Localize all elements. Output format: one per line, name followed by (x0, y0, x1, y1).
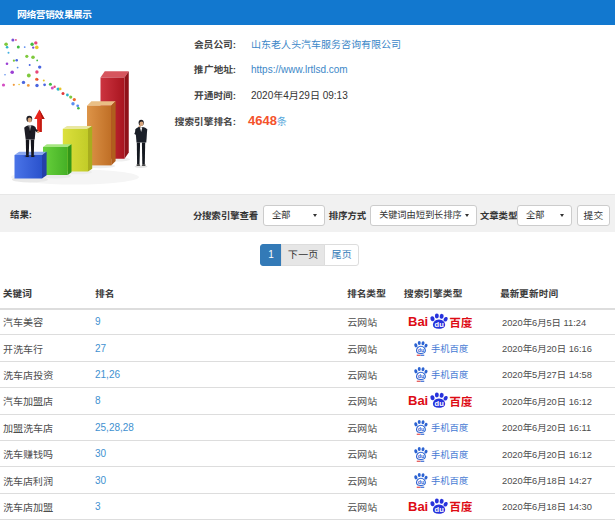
svg-text:du: du (435, 505, 444, 514)
svg-text:du: du (418, 426, 424, 432)
svg-text:du: du (418, 374, 424, 380)
svg-text:du: du (418, 347, 424, 353)
svg-text:du: du (435, 320, 444, 329)
svg-text:du: du (418, 453, 424, 459)
svg-text:du: du (418, 479, 424, 485)
svg-text:du: du (435, 399, 444, 408)
